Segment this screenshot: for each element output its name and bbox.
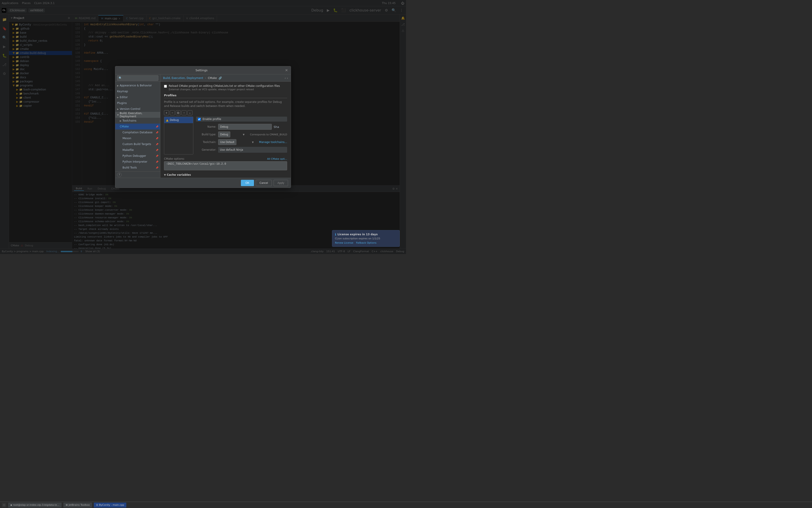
modal-body: ▶ Appearance & Behavior Keymap ▶ Editor …: [115, 75, 291, 178]
cache-section-header[interactable]: ▼ Cache variables: [164, 173, 287, 176]
settings-nav-compilation-db[interactable]: Compilation Database 📌: [115, 129, 160, 135]
profile-remove-button[interactable]: −: [170, 110, 175, 115]
nav-pin-icon7: 📌: [156, 161, 158, 163]
settings-search-input[interactable]: [117, 75, 158, 81]
toolchain-select[interactable]: Use Default: [218, 139, 237, 145]
profiles-description: Profile is a named set of build options.…: [164, 100, 287, 108]
nav-back-icon[interactable]: ‹: [285, 76, 286, 80]
settings-nav-python-interpreter[interactable]: Python Interpreter 📌: [115, 159, 160, 165]
settings-nav-build-tools[interactable]: Build Tools 📌: [115, 165, 160, 171]
modal-close-button[interactable]: ✕: [285, 68, 288, 73]
build-type-label: Build type:: [196, 133, 216, 136]
profile-details: Enable profile Name: Sha Build type:: [196, 117, 287, 155]
settings-search-container: [115, 75, 160, 82]
nav-item-label: Toolchains: [123, 119, 136, 122]
nav-pin-icon: 📌: [156, 125, 158, 128]
license-header: ℹ License expires in 13 days: [335, 232, 397, 236]
settings-nav: ▶ Appearance & Behavior Keymap ▶ Editor …: [115, 82, 160, 171]
name-input[interactable]: [218, 124, 272, 130]
settings-nav-appearance[interactable]: ▶ Appearance & Behavior: [115, 83, 160, 88]
cancel-button[interactable]: Cancel: [256, 180, 272, 186]
settings-nav-meson[interactable]: Meson 📌: [115, 135, 160, 141]
license-notification: ℹ License expires in 13 days CLion subsc…: [332, 230, 400, 247]
enable-profile-label[interactable]: Enable profile: [203, 118, 221, 121]
settings-nav-plugins[interactable]: Plugins: [115, 100, 160, 106]
profile-enable-row: Enable profile: [196, 117, 287, 122]
generator-value: Use default Ninja: [218, 147, 287, 153]
form-row-toolchain: Toolchain: Use Default Manage toolchains…: [196, 139, 287, 145]
modal-title: Settings: [118, 69, 285, 72]
nav-pin-icon5: 📌: [156, 149, 158, 152]
profile-copy-button[interactable]: ⧉: [176, 110, 181, 115]
name-label: Name:: [196, 125, 216, 128]
cache-section-title: Cache variables: [167, 173, 191, 176]
nav-forward-icon[interactable]: ›: [287, 76, 288, 80]
nav-item-label: Plugins: [117, 101, 127, 105]
build-type-select[interactable]: Debug: [218, 131, 230, 137]
all-cmake-options-link[interactable]: All CMake opti...: [267, 158, 287, 160]
nav-pin-icon8: 📌: [156, 166, 158, 169]
enable-profile-checkbox[interactable]: [198, 118, 201, 121]
settings-nav-build[interactable]: ▼ Build, Execution, Deployment: [115, 112, 160, 118]
nav-item-label: Compilation Database: [123, 131, 153, 134]
toolchain-label: Toolchain:: [196, 140, 216, 144]
cmake-options-label: CMake options:: [164, 157, 185, 160]
modal-footer: OK Cancel Apply: [115, 178, 291, 188]
license-title: License expires in 13 days: [337, 233, 378, 236]
nav-chevron-icon: ▶: [117, 96, 119, 98]
nav-chevron-icon: ▶: [117, 84, 119, 87]
build-type-select-wrap: Debug: [218, 131, 246, 137]
external-link-icon[interactable]: 🔗: [219, 77, 222, 80]
nav-item-label: Python Debugger: [123, 154, 146, 158]
cmake-options-textarea[interactable]: -DGCC_TOOLCHAIN=/usr/local/gcc-10.2.0: [164, 161, 287, 170]
help-icon[interactable]: ?: [117, 173, 122, 177]
renew-license-link[interactable]: Renew License: [335, 241, 353, 244]
nav-pin-icon2: 📌: [156, 131, 158, 134]
reload-option-row: Reload CMake project on editing CMakeLis…: [164, 84, 287, 91]
breadcrumb-separator: ›: [205, 77, 206, 80]
nav-item-label: Build Tools: [123, 166, 137, 169]
settings-nav-editor[interactable]: ▶ Editor: [115, 94, 160, 100]
settings-nav-cmake[interactable]: CMake 📌: [115, 124, 160, 129]
nav-chevron-icon: ▶: [120, 120, 122, 122]
profile-add-button[interactable]: +: [164, 110, 169, 115]
nav-pin-icon6: 📌: [156, 155, 158, 157]
build-type-hint: Corresponds to CMAKE_BUILD: [250, 133, 287, 136]
modal-titlebar: Settings ✕: [115, 66, 291, 75]
license-links: Renew License Fallback Options: [335, 241, 397, 244]
reload-sublabel: External changes, such as VCS update, al…: [169, 88, 280, 91]
manage-toolchains-link[interactable]: Manage toolchains...: [259, 140, 287, 144]
nav-pin-icon3: 📌: [156, 137, 158, 140]
breadcrumb-parent[interactable]: Build, Execution, Deployment: [163, 77, 203, 80]
profile-move-up-button[interactable]: ↑: [181, 110, 186, 115]
settings-nav-custom-build[interactable]: Custom Build Targets 📌: [115, 141, 160, 147]
cmake-options-header: CMake options: All CMake opti...: [164, 157, 287, 160]
fallback-options-link[interactable]: Fallback Options: [356, 241, 377, 244]
profile-toolbar: + − ⧉ ↑ ↓: [164, 110, 287, 115]
toolchain-select-wrap: Use Default: [218, 139, 256, 145]
nav-item-label: Appearance & Behavior: [120, 84, 152, 87]
settings-nav-keymap[interactable]: Keymap: [115, 88, 160, 94]
settings-nav-toolchains[interactable]: ▶ Toolchains: [115, 118, 160, 124]
settings-nav-vcs[interactable]: ▶ Version Control: [115, 106, 160, 112]
settings-content: Reload CMake project on editing CMakeLis…: [160, 82, 291, 178]
ok-button[interactable]: OK: [241, 180, 254, 186]
form-row-name: Name: Sha: [196, 124, 287, 130]
license-body: CLion subscription expires on 1/1/25: [335, 237, 397, 240]
nav-item-label: Custom Build Targets: [123, 142, 151, 146]
settings-left-nav: ▶ Appearance & Behavior Keymap ▶ Editor …: [115, 75, 160, 178]
sha-label: Sha: [273, 125, 287, 129]
profile-item-debug[interactable]: ▲ Debug: [164, 117, 193, 123]
settings-nav-python-debugger[interactable]: Python Debugger 📌: [115, 153, 160, 159]
profile-move-down-button[interactable]: ↓: [187, 110, 193, 115]
settings-breadcrumb: Build, Execution, Deployment › CMake 🔗 ‹…: [160, 75, 291, 82]
apply-button[interactable]: Apply: [273, 180, 288, 186]
nav-item-label: Meson: [123, 137, 131, 140]
settings-right: Build, Execution, Deployment › CMake 🔗 ‹…: [160, 75, 291, 178]
settings-nav-makefile[interactable]: Makefile 📌: [115, 147, 160, 153]
profiles-panel: ▲ Debug Enable profile Name:: [164, 117, 287, 155]
nav-chevron-icon: ▶: [117, 108, 119, 110]
nav-item-label: Build, Execution, Deployment: [120, 112, 158, 118]
reload-checkbox[interactable]: [164, 85, 167, 88]
profile-list: ▲ Debug: [164, 117, 193, 155]
